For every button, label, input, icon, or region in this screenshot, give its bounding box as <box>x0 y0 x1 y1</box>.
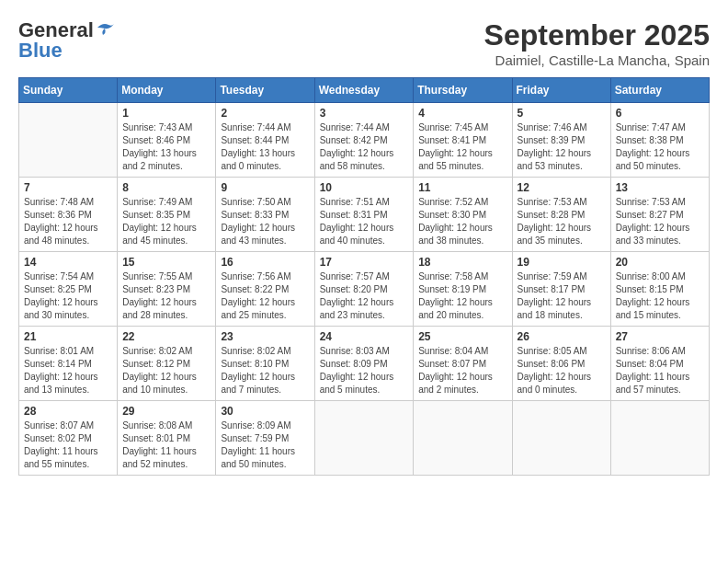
day-number: 23 <box>221 330 309 343</box>
day-number: 6 <box>616 107 704 120</box>
day-info: Sunrise: 8:04 AM Sunset: 8:07 PM Dayligh… <box>418 345 506 396</box>
calendar-cell: 1Sunrise: 7:43 AM Sunset: 8:46 PM Daylig… <box>118 103 216 178</box>
day-info: Sunrise: 7:56 AM Sunset: 8:22 PM Dayligh… <box>221 270 309 322</box>
day-info: Sunrise: 7:50 AM Sunset: 8:33 PM Dayligh… <box>221 196 309 247</box>
day-number: 21 <box>24 330 112 343</box>
day-number: 25 <box>418 330 506 343</box>
calendar-cell: 19Sunrise: 7:59 AM Sunset: 8:17 PM Dayli… <box>512 252 610 327</box>
calendar-cell: 15Sunrise: 7:55 AM Sunset: 8:23 PM Dayli… <box>118 252 216 327</box>
day-info: Sunrise: 7:49 AM Sunset: 8:35 PM Dayligh… <box>122 196 210 247</box>
calendar-cell: 17Sunrise: 7:57 AM Sunset: 8:20 PM Dayli… <box>314 252 414 327</box>
calendar-cell: 4Sunrise: 7:45 AM Sunset: 8:41 PM Daylig… <box>414 103 512 178</box>
day-number: 4 <box>418 107 506 120</box>
day-number: 9 <box>221 181 309 194</box>
calendar-cell: 24Sunrise: 8:03 AM Sunset: 8:09 PM Dayli… <box>314 327 414 401</box>
calendar-cell <box>19 103 118 178</box>
day-number: 17 <box>320 256 409 269</box>
day-info: Sunrise: 7:55 AM Sunset: 8:23 PM Dayligh… <box>122 270 210 322</box>
calendar-cell: 20Sunrise: 8:00 AM Sunset: 8:15 PM Dayli… <box>610 252 709 327</box>
calendar-cell <box>610 401 709 476</box>
day-info: Sunrise: 7:59 AM Sunset: 8:17 PM Dayligh… <box>518 270 606 322</box>
day-info: Sunrise: 7:58 AM Sunset: 8:19 PM Dayligh… <box>418 270 506 322</box>
day-info: Sunrise: 7:54 AM Sunset: 8:25 PM Dayligh… <box>24 270 112 322</box>
day-info: Sunrise: 7:53 AM Sunset: 8:28 PM Dayligh… <box>518 196 606 247</box>
day-info: Sunrise: 8:00 AM Sunset: 8:15 PM Dayligh… <box>616 270 704 322</box>
day-number: 20 <box>616 256 704 269</box>
title-block: September 2025 Daimiel, Castille-La Manc… <box>484 18 710 68</box>
calendar-cell: 11Sunrise: 7:52 AM Sunset: 8:30 PM Dayli… <box>414 178 512 252</box>
day-number: 11 <box>418 181 506 194</box>
weekday-header-tuesday: Tuesday <box>216 78 314 103</box>
calendar-cell: 3Sunrise: 7:44 AM Sunset: 8:42 PM Daylig… <box>314 103 414 178</box>
calendar-cell: 27Sunrise: 8:06 AM Sunset: 8:04 PM Dayli… <box>610 327 709 401</box>
calendar-cell: 28Sunrise: 8:07 AM Sunset: 8:02 PM Dayli… <box>19 401 118 476</box>
calendar-week-1: 1Sunrise: 7:43 AM Sunset: 8:46 PM Daylig… <box>19 103 710 178</box>
day-number: 29 <box>122 405 210 418</box>
calendar-cell: 30Sunrise: 8:09 AM Sunset: 7:59 PM Dayli… <box>216 401 314 476</box>
day-number: 10 <box>320 181 409 194</box>
weekday-header-sunday: Sunday <box>19 78 118 103</box>
day-info: Sunrise: 7:46 AM Sunset: 8:39 PM Dayligh… <box>518 121 606 173</box>
day-number: 2 <box>221 107 309 120</box>
day-number: 28 <box>24 405 112 418</box>
day-number: 16 <box>221 256 309 269</box>
calendar-cell: 26Sunrise: 8:05 AM Sunset: 8:06 PM Dayli… <box>512 327 610 401</box>
calendar-cell <box>512 401 610 476</box>
logo-bird-icon <box>96 20 116 37</box>
day-info: Sunrise: 8:07 AM Sunset: 8:02 PM Dayligh… <box>24 419 112 471</box>
day-number: 12 <box>518 181 606 194</box>
day-info: Sunrise: 8:01 AM Sunset: 8:14 PM Dayligh… <box>24 345 112 396</box>
day-info: Sunrise: 8:09 AM Sunset: 7:59 PM Dayligh… <box>221 419 309 471</box>
day-info: Sunrise: 7:48 AM Sunset: 8:36 PM Dayligh… <box>24 196 112 247</box>
day-info: Sunrise: 7:45 AM Sunset: 8:41 PM Dayligh… <box>418 121 506 173</box>
day-info: Sunrise: 8:02 AM Sunset: 8:12 PM Dayligh… <box>122 345 210 396</box>
day-number: 3 <box>320 107 409 120</box>
calendar-week-2: 7Sunrise: 7:48 AM Sunset: 8:36 PM Daylig… <box>19 178 710 252</box>
calendar-table: SundayMondayTuesdayWednesdayThursdayFrid… <box>18 77 710 476</box>
day-number: 1 <box>122 107 210 120</box>
calendar-cell: 25Sunrise: 8:04 AM Sunset: 8:07 PM Dayli… <box>414 327 512 401</box>
weekday-header-thursday: Thursday <box>414 78 512 103</box>
calendar-cell: 12Sunrise: 7:53 AM Sunset: 8:28 PM Dayli… <box>512 178 610 252</box>
day-info: Sunrise: 8:02 AM Sunset: 8:10 PM Dayligh… <box>221 345 309 396</box>
calendar-cell: 8Sunrise: 7:49 AM Sunset: 8:35 PM Daylig… <box>118 178 216 252</box>
day-number: 27 <box>616 330 704 343</box>
day-info: Sunrise: 7:44 AM Sunset: 8:42 PM Dayligh… <box>320 121 409 173</box>
day-number: 14 <box>24 256 112 269</box>
calendar-cell: 10Sunrise: 7:51 AM Sunset: 8:31 PM Dayli… <box>314 178 414 252</box>
day-number: 8 <box>122 181 210 194</box>
day-info: Sunrise: 8:05 AM Sunset: 8:06 PM Dayligh… <box>518 345 606 396</box>
day-number: 13 <box>616 181 704 194</box>
logo-blue: Blue <box>18 39 63 63</box>
weekday-header-friday: Friday <box>512 78 610 103</box>
calendar-cell <box>414 401 512 476</box>
calendar-cell: 22Sunrise: 8:02 AM Sunset: 8:12 PM Dayli… <box>118 327 216 401</box>
day-number: 7 <box>24 181 112 194</box>
calendar-cell: 6Sunrise: 7:47 AM Sunset: 8:38 PM Daylig… <box>610 103 709 178</box>
calendar-cell: 2Sunrise: 7:44 AM Sunset: 8:44 PM Daylig… <box>216 103 314 178</box>
calendar-cell: 13Sunrise: 7:53 AM Sunset: 8:27 PM Dayli… <box>610 178 709 252</box>
calendar-cell: 18Sunrise: 7:58 AM Sunset: 8:19 PM Dayli… <box>414 252 512 327</box>
calendar-cell: 7Sunrise: 7:48 AM Sunset: 8:36 PM Daylig… <box>19 178 118 252</box>
calendar-cell: 16Sunrise: 7:56 AM Sunset: 8:22 PM Dayli… <box>216 252 314 327</box>
day-info: Sunrise: 8:06 AM Sunset: 8:04 PM Dayligh… <box>616 345 704 396</box>
day-info: Sunrise: 7:47 AM Sunset: 8:38 PM Dayligh… <box>616 121 704 173</box>
day-info: Sunrise: 7:52 AM Sunset: 8:30 PM Dayligh… <box>418 196 506 247</box>
calendar-subtitle: Daimiel, Castille-La Mancha, Spain <box>484 52 710 68</box>
day-number: 30 <box>221 405 309 418</box>
calendar-cell: 9Sunrise: 7:50 AM Sunset: 8:33 PM Daylig… <box>216 178 314 252</box>
day-number: 24 <box>320 330 409 343</box>
day-info: Sunrise: 8:03 AM Sunset: 8:09 PM Dayligh… <box>320 345 409 396</box>
day-info: Sunrise: 7:57 AM Sunset: 8:20 PM Dayligh… <box>320 270 409 322</box>
day-info: Sunrise: 7:53 AM Sunset: 8:27 PM Dayligh… <box>616 196 704 247</box>
calendar-cell: 29Sunrise: 8:08 AM Sunset: 8:01 PM Dayli… <box>118 401 216 476</box>
calendar-cell: 5Sunrise: 7:46 AM Sunset: 8:39 PM Daylig… <box>512 103 610 178</box>
calendar-week-4: 21Sunrise: 8:01 AM Sunset: 8:14 PM Dayli… <box>19 327 710 401</box>
calendar-cell: 23Sunrise: 8:02 AM Sunset: 8:10 PM Dayli… <box>216 327 314 401</box>
calendar-cell: 14Sunrise: 7:54 AM Sunset: 8:25 PM Dayli… <box>19 252 118 327</box>
day-number: 26 <box>518 330 606 343</box>
day-number: 15 <box>122 256 210 269</box>
day-number: 18 <box>418 256 506 269</box>
day-info: Sunrise: 7:44 AM Sunset: 8:44 PM Dayligh… <box>221 121 309 173</box>
day-number: 19 <box>518 256 606 269</box>
